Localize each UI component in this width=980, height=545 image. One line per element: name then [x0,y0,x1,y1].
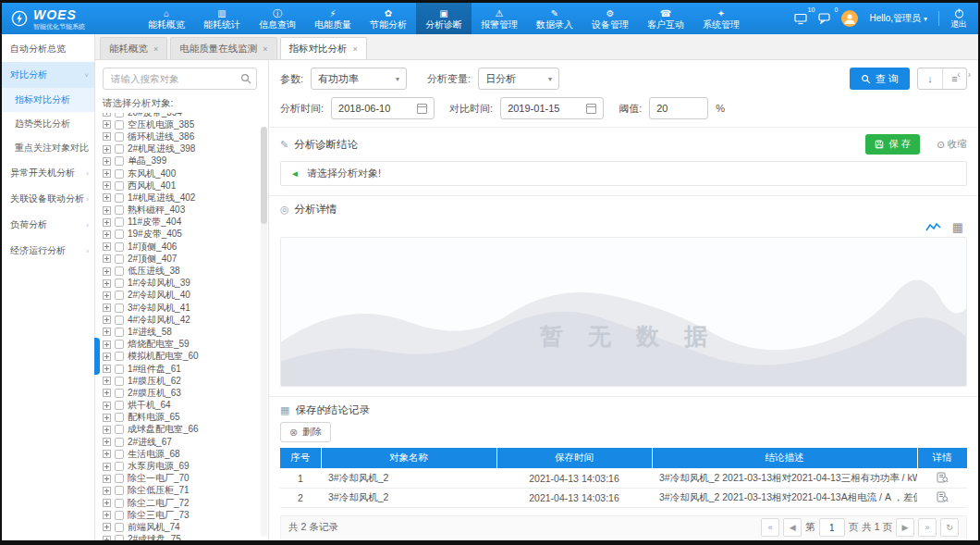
monitor-icon[interactable]: 10 [794,13,807,25]
avatar[interactable] [841,10,858,27]
menu-item[interactable]: ⚙ 设备管理 [582,3,638,34]
tree-node[interactable]: 单晶_399 [103,155,257,167]
prev-page-button[interactable]: ◀ [783,518,802,537]
tree-node[interactable]: 东风机_400 [103,167,257,180]
tree-node[interactable]: 生活电源_68 [103,448,257,460]
checkbox[interactable] [115,425,124,434]
tree-node[interactable]: 3#冷却风机_41 [103,302,257,314]
checkbox[interactable] [115,132,124,142]
checkbox[interactable] [115,217,124,227]
tree-node[interactable]: 2#冷却风机_40 [103,290,257,302]
tree-node[interactable]: 2#顶侧_407 [103,253,257,265]
tree-node[interactable]: 1#进线_58 [103,326,257,338]
checkbox[interactable] [115,377,124,386]
table-row[interactable]: 1 3#冷却风机_2 2021-04-13 14:03:16 3#冷却风机_2 … [280,468,967,488]
checkbox[interactable] [115,266,124,276]
expand-icon[interactable] [103,353,111,361]
expand-icon[interactable] [103,254,111,263]
expand-icon[interactable] [103,230,111,239]
expand-icon[interactable] [103,450,111,458]
checkbox[interactable] [115,389,124,398]
expand-icon[interactable] [103,511,111,519]
tree-node[interactable]: 前端风机_74 [103,521,257,533]
search-icon[interactable] [240,73,251,84]
next-page-button[interactable]: ▶ [896,518,914,537]
variable-select[interactable]: 日分析 ▾ [478,68,559,90]
table-row[interactable]: 2 3#冷却风机_2 2021-04-13 14:03:16 3#冷却风机_2 … [280,488,967,507]
view-detail-icon[interactable] [937,472,949,483]
checkbox[interactable] [115,229,124,239]
checkbox[interactable] [115,303,124,313]
checkbox[interactable] [115,144,124,154]
tree-node[interactable]: 2#膜压机_63 [103,387,257,399]
expand-icon[interactable] [103,499,111,507]
checkbox[interactable] [115,279,124,288]
sidebar-item-auto-overview[interactable]: 自动分析总览 [2,36,94,62]
tree-node[interactable]: 1#机尾进线_402 [103,192,257,204]
expand-icon[interactable] [103,157,111,166]
delete-button[interactable]: ⊗ 删除 [280,422,331,442]
menu-item[interactable]: ▣ 分析诊断 [416,3,472,34]
expand-icon[interactable] [103,279,111,288]
expand-icon[interactable] [103,132,111,141]
checkbox[interactable] [115,316,124,325]
checkbox[interactable] [115,365,124,374]
export-icon[interactable]: ↓ [918,68,942,89]
checkbox[interactable] [115,156,124,166]
expand-icon[interactable] [103,145,111,154]
threshold-input[interactable] [649,97,708,119]
expand-icon[interactable] [103,487,111,495]
checkbox[interactable] [115,193,124,203]
expand-icon[interactable] [103,475,111,483]
tree-node[interactable]: 4#冷却风机_42 [103,314,257,326]
tree-node[interactable]: 2#机尾进线_398 [103,143,257,155]
page-input[interactable] [819,518,845,537]
checkbox[interactable] [115,486,124,495]
page-tab[interactable]: 指标对比分析 × [280,37,367,59]
menu-item[interactable]: ⚡ 电能质量 [305,3,361,34]
tree-node[interactable]: 1#组件盘_61 [103,363,257,375]
tree-node[interactable]: 1#顶侧_406 [103,241,257,253]
tree-node[interactable]: 配料电源_65 [103,412,257,424]
expand-icon[interactable] [103,206,111,215]
menu-item[interactable]: ☎ 客户互动 [638,3,693,34]
tree-node[interactable]: 11#皮带_404 [103,217,257,229]
close-icon[interactable]: × [353,44,358,54]
menu-item[interactable]: ⚠ 报警管理 [472,3,527,34]
expand-icon[interactable] [103,181,111,190]
tree-node[interactable]: 成球盘配电室_66 [103,424,257,436]
expand-icon[interactable] [103,303,111,312]
tree-node[interactable]: 1#冷却风机_39 [103,278,257,290]
sidebar-group-abnormal-switch[interactable]: 异常开关机分析› [2,160,94,186]
tree-node[interactable]: 除尘低压柜_71 [103,485,257,497]
sidebar-group-economic-run[interactable]: 经济运行分析› [2,238,94,264]
tree-node[interactable]: 熟料磁秤_403 [103,204,257,217]
expand-icon[interactable] [103,267,111,276]
tab-scroll-right-icon[interactable]: › [968,69,971,80]
expand-icon[interactable] [103,438,111,446]
sidebar-group-linked-device[interactable]: 关联设备联动分析› [2,186,94,212]
expand-icon[interactable] [103,218,111,227]
sidebar-collapse-handle[interactable] [94,338,100,375]
checkbox[interactable] [115,352,124,361]
checkbox[interactable] [115,181,124,191]
search-input[interactable] [103,68,257,90]
expand-icon[interactable] [103,120,111,129]
page-tab[interactable]: 电能质量在线监测 × [170,37,276,59]
checkbox[interactable] [115,535,124,540]
checkbox[interactable] [115,340,124,349]
expand-icon[interactable] [103,365,111,373]
expand-icon[interactable] [103,426,111,434]
tree-node[interactable]: 2#成球盘_75 [103,534,257,540]
sidebar-item-trend-compare[interactable]: 趋势类比分析 [2,112,94,136]
expand-icon[interactable] [103,328,111,336]
view-detail-icon[interactable] [937,491,949,502]
checkbox[interactable] [115,254,124,264]
checkbox[interactable] [115,205,124,215]
table-view-icon[interactable]: ▦ [952,221,963,233]
expand-icon[interactable] [103,414,111,422]
last-page-button[interactable]: » [918,518,937,537]
menu-item[interactable]: ✿ 节能分析 [361,3,416,34]
close-icon[interactable]: × [153,44,158,54]
compare-date-picker[interactable]: 2019-01-15 [500,97,604,119]
